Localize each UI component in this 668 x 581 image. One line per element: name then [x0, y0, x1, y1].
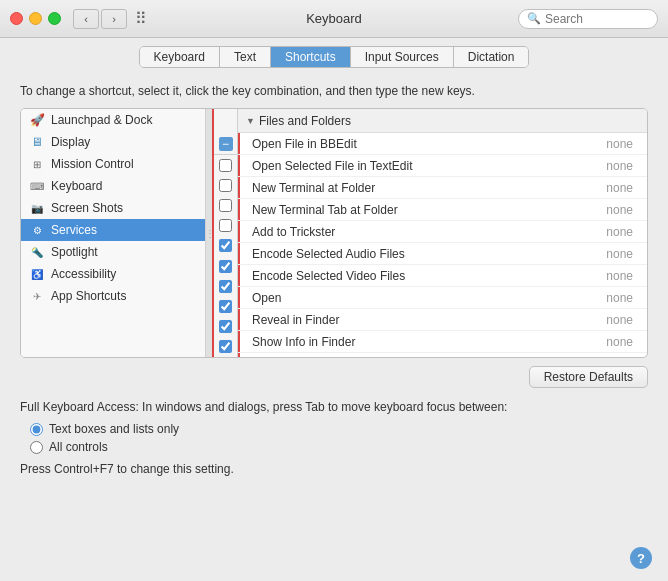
checkboxes-column: − [214, 109, 238, 357]
radio-group: Text boxes and lists only All controls [30, 422, 648, 454]
shortcut-row-9[interactable]: Show Info in Finder none [238, 331, 647, 353]
sidebar-item-label: Services [51, 223, 97, 237]
shortcut-row-1[interactable]: Open Selected File in TextEdit none [238, 155, 647, 177]
grid-button[interactable]: ⠿ [135, 9, 147, 28]
tab-keyboard[interactable]: Keyboard [140, 47, 220, 67]
tab-input-sources[interactable]: Input Sources [351, 47, 454, 67]
tab-group: Keyboard Text Shortcuts Input Sources Di… [139, 46, 530, 68]
search-box[interactable]: 🔍 [518, 9, 658, 29]
cb-row-3[interactable] [214, 216, 237, 236]
shortcut-row-4[interactable]: Add to Trickster none [238, 221, 647, 243]
sidebar-item-mission-control[interactable]: ⊞ Mission Control [21, 153, 205, 175]
checkbox-1[interactable] [219, 179, 232, 192]
shortcut-row-0[interactable]: Open File in BBEdit none [238, 133, 647, 155]
search-icon: 🔍 [527, 12, 541, 25]
checkbox-5[interactable] [219, 260, 232, 273]
tab-shortcuts[interactable]: Shortcuts [271, 47, 351, 67]
sidebar-item-keyboard[interactable]: ⌨ Keyboard [21, 175, 205, 197]
shortcut-row-6[interactable]: Encode Selected Video Files none [238, 265, 647, 287]
section-header: ▼ Files and Folders [238, 109, 647, 133]
radio-text-boxes-label: Text boxes and lists only [49, 422, 179, 436]
restore-row: Restore Defaults [20, 366, 648, 388]
keyboard-access-description: Full Keyboard Access: In windows and dia… [20, 400, 648, 414]
sidebar-item-label: Keyboard [51, 179, 102, 193]
checkbox-9[interactable] [219, 340, 232, 353]
help-button[interactable]: ? [630, 547, 652, 569]
sidebar-item-label: Accessibility [51, 267, 116, 281]
cb-row-8[interactable] [214, 317, 237, 337]
tab-dictation[interactable]: Dictation [454, 47, 529, 67]
press-note: Press Control+F7 to change this setting. [20, 462, 648, 476]
section-title: Files and Folders [259, 114, 351, 128]
launchpad-icon: 🚀 [29, 112, 45, 128]
sidebar-item-label: Mission Control [51, 157, 134, 171]
sidebar-item-services[interactable]: ⚙ Services [21, 219, 205, 241]
back-button[interactable]: ‹ [73, 9, 99, 29]
forward-button[interactable]: › [101, 9, 127, 29]
search-input[interactable] [545, 12, 649, 26]
checkbox-0[interactable] [219, 159, 232, 172]
sidebar-item-display[interactable]: 🖥 Display [21, 131, 205, 153]
services-icon: ⚙ [29, 222, 45, 238]
cb-row-6[interactable] [214, 276, 237, 296]
radio-all-controls-input[interactable] [30, 441, 43, 454]
titlebar: ‹ › ⠿ Keyboard 🔍 [0, 0, 668, 38]
sidebar-item-label: Spotlight [51, 245, 98, 259]
mission-control-icon: ⊞ [29, 156, 45, 172]
display-icon: 🖥 [29, 134, 45, 150]
shortcuts-list: ▼ Files and Folders Open File in BBEdit … [238, 109, 647, 357]
keyboard-icon: ⌨ [29, 178, 45, 194]
cb-row-1[interactable] [214, 175, 237, 195]
triangle-icon: ▼ [246, 116, 255, 126]
sidebar-item-label: App Shortcuts [51, 289, 126, 303]
traffic-lights [10, 12, 61, 25]
radio-text-boxes[interactable]: Text boxes and lists only [30, 422, 648, 436]
sidebar-item-label: Display [51, 135, 90, 149]
cb-row-9[interactable] [214, 337, 237, 357]
sidebar-item-accessibility[interactable]: ♿ Accessibility [21, 263, 205, 285]
checkbox-2[interactable] [219, 199, 232, 212]
shortcut-row-3[interactable]: New Terminal Tab at Folder none [238, 199, 647, 221]
shortcuts-panel: 🚀 Launchpad & Dock 🖥 Display ⊞ Mission C… [20, 108, 648, 358]
sidebar-item-label: Screen Shots [51, 201, 123, 215]
cb-row-0[interactable] [214, 155, 237, 175]
resize-handle[interactable]: ⋮ [206, 109, 214, 357]
window-title: Keyboard [306, 11, 362, 26]
collapse-button[interactable]: − [219, 137, 233, 151]
spotlight-icon: 🔦 [29, 244, 45, 260]
checkbox-7[interactable] [219, 300, 232, 313]
instruction-text: To change a shortcut, select it, click t… [20, 84, 648, 98]
tab-text[interactable]: Text [220, 47, 271, 67]
radio-all-controls-label: All controls [49, 440, 108, 454]
cb-row-5[interactable] [214, 256, 237, 276]
sidebar-item-label: Launchpad & Dock [51, 113, 152, 127]
maximize-button[interactable] [48, 12, 61, 25]
sidebar-item-app-shortcuts[interactable]: ✈ App Shortcuts [21, 285, 205, 307]
checkbox-6[interactable] [219, 280, 232, 293]
checkbox-8[interactable] [219, 320, 232, 333]
checkbox-4[interactable] [219, 239, 232, 252]
shortcut-row-2[interactable]: New Terminal at Folder none [238, 177, 647, 199]
shortcut-row-8[interactable]: Reveal in Finder none [238, 309, 647, 331]
checkbox-3[interactable] [219, 219, 232, 232]
shortcut-row-7[interactable]: Open none [238, 287, 647, 309]
sidebar-item-launchpad[interactable]: 🚀 Launchpad & Dock [21, 109, 205, 131]
cb-row-7[interactable] [214, 296, 237, 316]
cb-row-2[interactable] [214, 195, 237, 215]
sidebar: 🚀 Launchpad & Dock 🖥 Display ⊞ Mission C… [21, 109, 206, 357]
tabs-bar: Keyboard Text Shortcuts Input Sources Di… [0, 38, 668, 74]
screenshots-icon: 📷 [29, 200, 45, 216]
app-shortcuts-icon: ✈ [29, 288, 45, 304]
minimize-button[interactable] [29, 12, 42, 25]
restore-defaults-button[interactable]: Restore Defaults [529, 366, 648, 388]
nav-arrows: ‹ › [73, 9, 127, 29]
keyboard-access-section: Full Keyboard Access: In windows and dia… [20, 400, 648, 476]
close-button[interactable] [10, 12, 23, 25]
radio-text-boxes-input[interactable] [30, 423, 43, 436]
sidebar-item-screenshots[interactable]: 📷 Screen Shots [21, 197, 205, 219]
radio-all-controls[interactable]: All controls [30, 440, 648, 454]
cb-row-4[interactable] [214, 236, 237, 256]
accessibility-icon: ♿ [29, 266, 45, 282]
sidebar-item-spotlight[interactable]: 🔦 Spotlight [21, 241, 205, 263]
shortcut-row-5[interactable]: Encode Selected Audio Files none [238, 243, 647, 265]
